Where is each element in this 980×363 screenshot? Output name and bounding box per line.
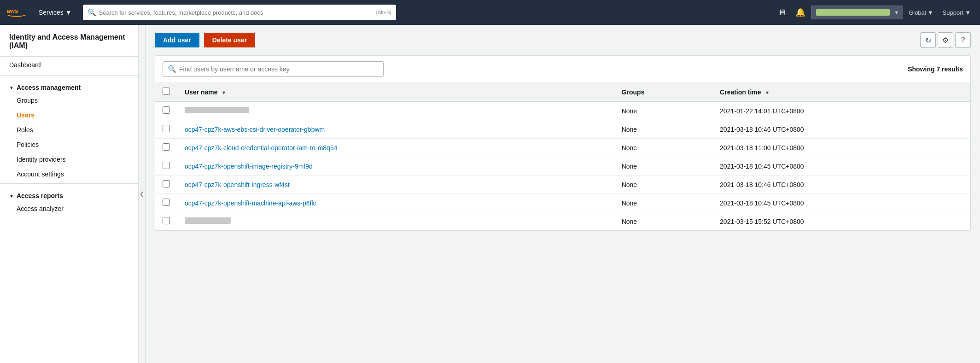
- cell-groups: None: [614, 139, 712, 157]
- global-label: Global: [909, 9, 926, 16]
- sidebar-item-access-analyzer[interactable]: Access analyzer: [0, 201, 138, 216]
- results-count: Showing 7 results: [908, 65, 963, 73]
- cell-username[interactable]: ocp47-cpz7k-openshift-image-registry-9mf…: [177, 157, 614, 176]
- username-link[interactable]: ocp47-cpz7k-aws-ebs-csi-driver-operator-…: [185, 126, 325, 133]
- help-icon: ?: [961, 36, 965, 44]
- sidebar-item-account-settings[interactable]: Account settings: [0, 167, 138, 182]
- terminal-icon-button[interactable]: 🖥: [774, 5, 790, 20]
- sidebar-section-access-management: ▼ Access management: [0, 77, 138, 93]
- global-chevron-icon: ▼: [928, 9, 933, 16]
- sidebar-item-groups[interactable]: Groups: [0, 93, 138, 108]
- row-checkbox[interactable]: [163, 199, 170, 206]
- table-row: ocp47-cpz7k-openshift-machine-api-aws-p6…: [155, 194, 970, 212]
- creation-sort-icon: ▼: [764, 90, 770, 95]
- username-link[interactable]: ocp47-cpz7k-openshift-ingress-wf4st: [185, 181, 290, 188]
- col-creation-time[interactable]: Creation time ▼: [712, 83, 970, 101]
- cell-groups: None: [614, 176, 712, 194]
- add-user-button[interactable]: Add user: [155, 33, 199, 47]
- user-search-input[interactable]: [179, 65, 379, 73]
- refresh-button[interactable]: ↻: [920, 32, 936, 48]
- global-search-bar: 🔍 [Alt+S]: [83, 5, 396, 20]
- sidebar-item-users[interactable]: Users: [0, 108, 138, 123]
- table-row: None2021-03-15 15:52 UTC+0800: [155, 212, 970, 231]
- settings-button[interactable]: ⚙: [938, 32, 953, 48]
- sidebar-collapse-handle[interactable]: ❮: [138, 25, 146, 363]
- sidebar-section-access-reports: ▼ Access reports: [0, 186, 138, 201]
- cell-creation-time: 2021-03-18 11:00 UTC+0800: [712, 139, 970, 157]
- cell-creation-time: 2021-03-18 10:46 UTC+0800: [712, 120, 970, 139]
- search-icon: 🔍: [168, 65, 176, 73]
- username-link[interactable]: ocp47-cpz7k-openshift-machine-api-aws-p6…: [185, 199, 316, 207]
- cell-creation-time: 2021-03-18 10:45 UTC+0800: [712, 194, 970, 212]
- row-checkbox-cell[interactable]: [155, 101, 177, 120]
- cell-creation-time: 2021-03-15 15:52 UTC+0800: [712, 212, 970, 231]
- sidebar-item-dashboard[interactable]: Dashboard: [0, 57, 138, 73]
- users-table: User name ▼ Groups Creation time ▼ None2…: [155, 83, 970, 230]
- row-checkbox-cell[interactable]: [155, 176, 177, 194]
- username-link[interactable]: ocp47-cpz7k-openshift-image-registry-9mf…: [185, 163, 313, 170]
- table-row: None2021-01-22 14:01 UTC+0800: [155, 101, 970, 120]
- row-checkbox-cell[interactable]: [155, 194, 177, 212]
- svg-text:aws: aws: [6, 7, 18, 14]
- row-checkbox-cell[interactable]: [155, 139, 177, 157]
- region-chevron-icon: ▼: [894, 10, 899, 15]
- select-all-cell[interactable]: [155, 83, 177, 101]
- caret-icon: ▼: [9, 85, 14, 90]
- help-button[interactable]: ?: [955, 32, 971, 48]
- users-toolbar: Add user Delete user ↻ ⚙ ?: [155, 32, 971, 48]
- table-row: ocp47-cpz7k-cloud-credential-operator-ia…: [155, 139, 970, 157]
- cell-username[interactable]: ocp47-cpz7k-cloud-credential-operator-ia…: [177, 139, 614, 157]
- sidebar: Identity and Access Management (IAM) Das…: [0, 25, 138, 363]
- cell-username: [177, 212, 614, 231]
- nav-right-controls: 🖥 🔔 ▼ Global ▼ Support ▼: [774, 5, 974, 20]
- row-checkbox-cell[interactable]: [155, 157, 177, 176]
- row-checkbox[interactable]: [163, 162, 170, 169]
- caret-icon-reports: ▼: [9, 193, 14, 199]
- user-search-bar: 🔍: [163, 61, 384, 77]
- region-selector[interactable]: ▼: [811, 6, 903, 19]
- main-content: Add user Delete user ↻ ⚙ ? 🔍: [146, 25, 980, 363]
- region-bar-indicator: [816, 9, 890, 16]
- col-groups[interactable]: Groups: [614, 83, 712, 101]
- users-table-section: 🔍 Showing 7 results User name ▼: [155, 55, 971, 231]
- cell-username[interactable]: ocp47-cpz7k-aws-ebs-csi-driver-operator-…: [177, 120, 614, 139]
- table-row: ocp47-cpz7k-aws-ebs-csi-driver-operator-…: [155, 120, 970, 139]
- sidebar-item-roles[interactable]: Roles: [0, 123, 138, 137]
- cell-groups: None: [614, 212, 712, 231]
- cell-groups: None: [614, 194, 712, 212]
- table-row: ocp47-cpz7k-openshift-image-registry-9mf…: [155, 157, 970, 176]
- notifications-button[interactable]: 🔔: [792, 5, 809, 20]
- cell-username[interactable]: ocp47-cpz7k-openshift-ingress-wf4st: [177, 176, 614, 194]
- select-all-checkbox[interactable]: [163, 88, 170, 95]
- toolbar-right: ↻ ⚙ ?: [920, 32, 971, 48]
- row-checkbox[interactable]: [163, 217, 170, 224]
- sidebar-title: Identity and Access Management (IAM): [0, 25, 138, 57]
- row-checkbox-cell[interactable]: [155, 120, 177, 139]
- search-icon: 🔍: [88, 8, 96, 17]
- global-region-button[interactable]: Global ▼: [905, 7, 937, 18]
- col-username[interactable]: User name ▼: [177, 83, 614, 101]
- blurred-username: [185, 107, 249, 113]
- delete-user-button[interactable]: Delete user: [204, 33, 255, 47]
- global-search-input[interactable]: [99, 9, 373, 16]
- sidebar-item-policies[interactable]: Policies: [0, 137, 138, 152]
- row-checkbox[interactable]: [163, 125, 170, 132]
- row-checkbox[interactable]: [163, 106, 170, 114]
- username-sort-icon: ▼: [221, 90, 226, 95]
- row-checkbox[interactable]: [163, 143, 170, 151]
- services-menu-button[interactable]: Services ▼: [35, 7, 76, 18]
- support-button[interactable]: Support ▼: [939, 7, 974, 18]
- sidebar-item-identity-providers[interactable]: Identity providers: [0, 152, 138, 167]
- row-checkbox[interactable]: [163, 180, 170, 187]
- username-link[interactable]: ocp47-cpz7k-cloud-credential-operator-ia…: [185, 144, 337, 152]
- row-checkbox-cell[interactable]: [155, 212, 177, 231]
- cell-groups: None: [614, 157, 712, 176]
- search-bar-row: 🔍 Showing 7 results: [155, 56, 970, 83]
- cell-username[interactable]: ocp47-cpz7k-openshift-machine-api-aws-p6…: [177, 194, 614, 212]
- users-table-body: None2021-01-22 14:01 UTC+0800ocp47-cpz7k…: [155, 101, 970, 230]
- cell-creation-time: 2021-01-22 14:01 UTC+0800: [712, 101, 970, 120]
- services-label: Services: [39, 9, 64, 16]
- top-navigation: aws Services ▼ 🔍 [Alt+S] 🖥 🔔 ▼ Global ▼ …: [0, 0, 980, 25]
- aws-logo[interactable]: aws: [6, 6, 28, 19]
- table-header-row: User name ▼ Groups Creation time ▼: [155, 83, 970, 101]
